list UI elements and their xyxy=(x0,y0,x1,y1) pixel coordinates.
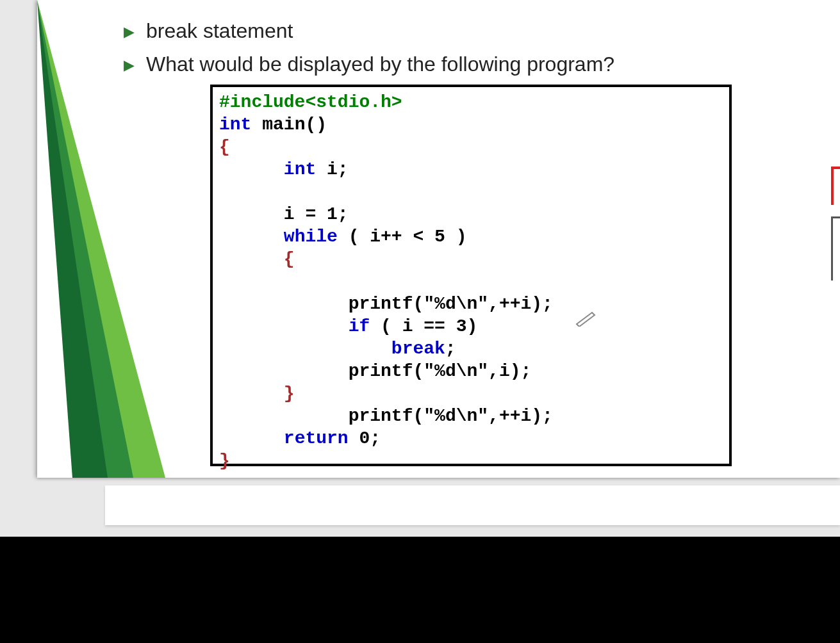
code-brace: } xyxy=(219,451,230,471)
code-brace-line: } xyxy=(219,384,295,403)
code-keyword-return: return xyxy=(284,428,349,448)
code-text: i = 1; xyxy=(219,204,349,224)
notes-panel xyxy=(105,485,840,525)
code-keyword-if: if xyxy=(349,316,370,336)
code-block: #include<stdio.h> int main() { int i; i … xyxy=(219,91,725,472)
code-indent xyxy=(219,227,284,247)
code-text: ; xyxy=(445,339,456,359)
slide: ▶ break statement ▶ What would be displa… xyxy=(37,0,840,478)
code-blank xyxy=(219,272,230,291)
code-indent xyxy=(219,406,349,426)
code-printf: printf xyxy=(349,361,413,381)
bullet-text: What would be displayed by the following… xyxy=(146,51,614,77)
code-text: i; xyxy=(316,159,348,179)
code-text: main() xyxy=(251,115,327,134)
code-keyword-while: while xyxy=(284,227,338,247)
code-indent xyxy=(219,339,391,359)
code-brace-line: { xyxy=(219,249,295,269)
code-blank xyxy=(219,182,230,202)
bullet-item: ▶ break statement xyxy=(124,18,828,44)
code-box: #include<stdio.h> int main() { int i; i … xyxy=(210,85,732,466)
code-brace: { xyxy=(219,137,230,157)
code-text: ("%d\n",++i); xyxy=(413,406,552,426)
code-text: ( i == 3) xyxy=(370,316,477,336)
code-keyword-int: int xyxy=(284,159,316,179)
svg-marker-1 xyxy=(37,0,133,478)
svg-marker-2 xyxy=(37,0,108,478)
triangle-right-icon: ▶ xyxy=(124,58,135,72)
code-text: ("%d\n",++i); xyxy=(413,294,552,314)
code-text: ( i++ < 5 ) xyxy=(338,227,467,247)
code-include: #include<stdio.h> xyxy=(219,92,402,112)
code-indent xyxy=(219,428,284,448)
code-keyword-int: int xyxy=(219,115,251,134)
code-indent xyxy=(219,361,349,381)
viewport: ▶ break statement ▶ What would be displa… xyxy=(0,0,840,643)
bullet-list: ▶ break statement ▶ What would be displa… xyxy=(124,18,828,85)
code-indent xyxy=(219,159,284,179)
bullet-item: ▶ What would be displayed by the followi… xyxy=(124,51,828,77)
code-indent xyxy=(219,316,349,336)
code-text: 0; xyxy=(349,428,381,448)
triangle-right-icon: ▶ xyxy=(124,25,135,39)
code-text: ("%d\n",i); xyxy=(413,361,531,381)
code-keyword-break: break xyxy=(391,339,445,359)
code-indent xyxy=(219,294,349,314)
code-printf: printf xyxy=(349,294,413,314)
video-black-bar xyxy=(0,537,840,643)
code-printf: printf xyxy=(349,406,413,426)
bullet-text: break statement xyxy=(146,18,293,44)
